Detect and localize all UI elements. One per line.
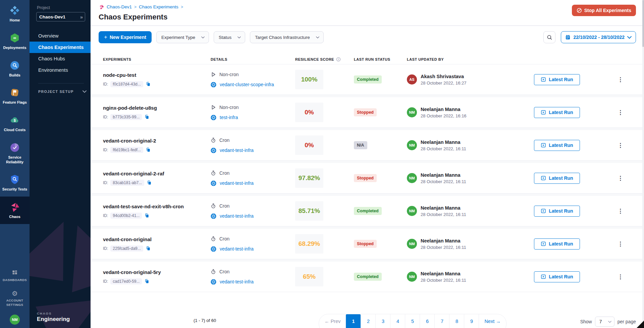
table-row: vedant-cron-original-5ry ID: cad17ed0-59…	[91, 262, 644, 292]
nav-item-builds[interactable]: Builds	[0, 55, 30, 83]
updated-date: 28 October 2022, 16:11	[421, 278, 466, 283]
nav-item-deployments[interactable]: ∞ Deployments	[0, 28, 30, 55]
latest-run-button[interactable]: Latest Run	[534, 173, 580, 184]
toolbar-right: 22/10/2022 - 28/10/2022	[543, 31, 636, 43]
new-experiment-button[interactable]: + New Experiment	[99, 31, 152, 43]
avatar: NM	[407, 140, 417, 150]
page-title: Chaos Experiments	[99, 13, 636, 21]
updated-date: 28 October 2022, 16:16	[421, 113, 467, 118]
latest-run-button[interactable]: Latest Run	[534, 140, 580, 151]
page-number[interactable]: 6	[420, 314, 435, 328]
infra-link[interactable]: vedant-test-infra	[220, 180, 254, 186]
infra-link[interactable]: vedant-test-infra	[220, 279, 254, 284]
copy-icon[interactable]	[144, 279, 149, 284]
nav-item-cloud-costs[interactable]: $ Cloud Costs	[0, 110, 30, 137]
collapse-icon[interactable]: »	[80, 14, 82, 20]
status-badge: N/A	[354, 141, 367, 149]
plus-icon: +	[104, 34, 107, 41]
experiment-name[interactable]: vedant-cron-original-2	[103, 138, 211, 144]
table-row: nginx-pod-delete-u8sg ID: b773c335-99...…	[91, 97, 644, 128]
next-page-button[interactable]: Next →	[479, 314, 506, 328]
sidebar-item-environments[interactable]: Environments	[30, 64, 91, 76]
column-details: DETAILS	[211, 57, 295, 61]
latest-run-button[interactable]: Latest Run	[534, 271, 580, 282]
user-avatar[interactable]: NM	[10, 315, 20, 325]
page-number[interactable]: 7	[435, 314, 449, 328]
copy-icon[interactable]	[144, 114, 149, 119]
infra-link[interactable]: vedant-test-infra	[220, 148, 254, 153]
nav-item-feature-flags[interactable]: Feature Flags	[0, 82, 30, 110]
kebab-menu[interactable]: ⋮	[618, 76, 623, 83]
nav-item-service-reliability[interactable]: Service Reliability	[0, 137, 30, 169]
copy-icon[interactable]	[146, 147, 151, 152]
copy-icon[interactable]	[146, 81, 151, 87]
user-name: Akash Shrivastava	[421, 74, 467, 79]
experiment-name[interactable]: node-cpu-test	[103, 72, 211, 78]
cloud-costs-icon: $	[9, 115, 20, 125]
kebab-menu[interactable]: ⋮	[618, 175, 623, 181]
dashboards-icon	[11, 269, 18, 276]
experiment-id: cad17ed0-59...	[110, 278, 142, 284]
kebab-menu[interactable]: ⋮	[618, 109, 623, 116]
kebab-menu[interactable]: ⋮	[618, 142, 623, 149]
breadcrumb-link-project[interactable]: Chaos-Dev1	[107, 4, 132, 9]
status-badge: Completed	[354, 75, 382, 84]
experiment-name[interactable]: vedant-test-save-nd-exit-v8h-cron	[103, 204, 211, 209]
filter-status[interactable]: Status	[214, 31, 245, 43]
sidebar-item-chaos-hubs[interactable]: Chaos Hubs	[30, 53, 91, 64]
infra-link[interactable]: vedant-test-infra	[220, 246, 254, 252]
info-icon[interactable]	[336, 57, 341, 62]
filter-experiment-type[interactable]: Experiment Type	[156, 31, 209, 43]
nav-item-dashboards[interactable]: DASHBOARDS	[1, 265, 28, 286]
id-label: ID:	[103, 279, 108, 284]
run-icon	[541, 274, 546, 279]
sidebar-item-overview[interactable]: Overview	[30, 30, 91, 42]
page-number[interactable]: 2	[361, 314, 376, 328]
experiment-name[interactable]: nginx-pod-delete-u8sg	[103, 105, 211, 111]
per-page-select[interactable]: 7	[595, 317, 614, 327]
kebab-menu[interactable]: ⋮	[618, 274, 623, 280]
experiment-name[interactable]: vedant-cron-original	[103, 236, 211, 242]
copy-icon[interactable]	[146, 246, 151, 251]
sidebar-item-chaos-experiments[interactable]: Chaos Experiments	[30, 42, 91, 53]
experiment-id: f6d19bc1-fedf...	[110, 147, 143, 153]
kebab-menu[interactable]: ⋮	[618, 208, 623, 214]
infra-link[interactable]: vedant-test-infra	[220, 213, 254, 219]
search-icon	[547, 35, 552, 40]
nav-item-account-settings[interactable]: ⚙ ACCOUNT SETTINGS	[0, 286, 30, 311]
latest-run-button[interactable]: Latest Run	[534, 74, 580, 85]
stop-all-experiments-button[interactable]: Stop All Experiments	[572, 5, 636, 16]
kebab-menu[interactable]: ⋮	[618, 241, 623, 247]
prev-page-button[interactable]: ← Prev	[319, 314, 346, 328]
project-selector[interactable]: Chaos-Dev1 »	[36, 12, 85, 21]
infra-link[interactable]: test-infra	[220, 115, 238, 120]
breadcrumb-link-experiments[interactable]: Chaos Experiments	[139, 4, 178, 9]
page-number[interactable]: 1	[346, 314, 361, 328]
page-number[interactable]: 9	[464, 314, 479, 328]
latest-run-button[interactable]: Latest Run	[534, 107, 580, 118]
project-setup-toggle[interactable]: PROJECT SETUP	[30, 84, 91, 94]
experiment-id: f0c187d4-43d...	[110, 81, 143, 87]
copy-icon[interactable]	[144, 213, 149, 218]
page-number[interactable]: 3	[376, 314, 390, 328]
experiment-name[interactable]: vedant-cron-original-2-raf	[103, 171, 211, 176]
nav-item-security-tests[interactable]: Security Tests	[0, 169, 30, 197]
infra-link[interactable]: vedant-cluster-scope-infra	[220, 82, 274, 87]
page-number[interactable]: 8	[449, 314, 464, 328]
search-button[interactable]	[543, 31, 555, 43]
nav-item-home[interactable]: Home	[0, 0, 30, 28]
latest-run-button[interactable]: Latest Run	[534, 206, 580, 217]
experiment-name[interactable]: vedant-cron-original-5ry	[103, 269, 211, 275]
infrastructure-icon	[211, 115, 216, 120]
scrollbar-thumb[interactable]	[642, 0, 644, 47]
nav-item-chaos[interactable]: Chaos	[0, 197, 30, 224]
date-range-picker[interactable]: 22/10/2022 - 28/10/2022	[561, 31, 636, 43]
non-cron-icon	[211, 72, 216, 77]
latest-run-label: Latest Run	[549, 175, 573, 181]
filter-target-chaos-infrastructure[interactable]: Target Chaos Infrastructure	[250, 31, 324, 43]
page-number[interactable]: 4	[390, 314, 405, 328]
copy-icon[interactable]	[147, 180, 152, 185]
mouse-cursor	[635, 319, 644, 328]
page-number[interactable]: 5	[405, 314, 420, 328]
latest-run-button[interactable]: Latest Run	[534, 238, 580, 250]
